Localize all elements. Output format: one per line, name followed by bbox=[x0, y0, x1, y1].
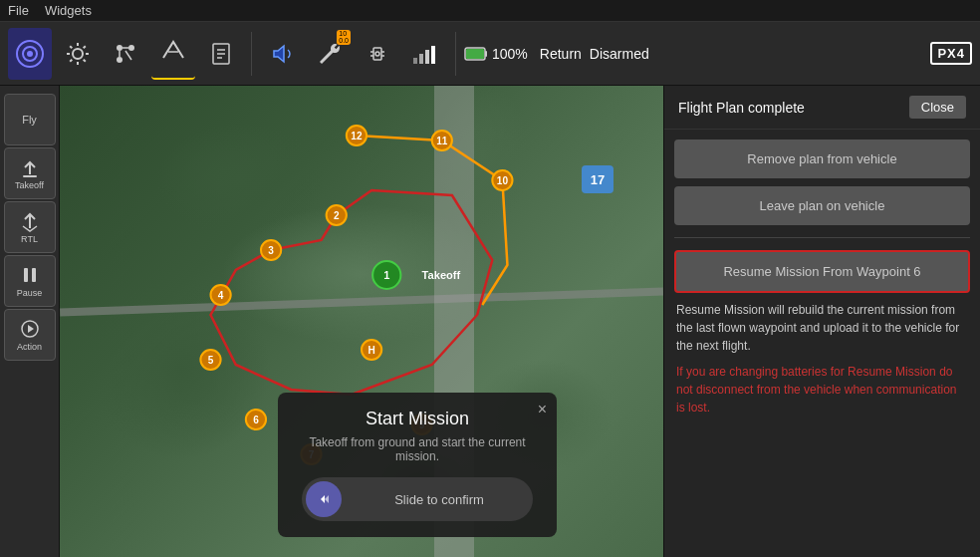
sidebar: Fly Takeoff RTL Pause bbox=[0, 86, 60, 557]
vehicle-icon-btn[interactable] bbox=[356, 28, 399, 80]
action-icon bbox=[19, 318, 41, 340]
action-label: Action bbox=[17, 342, 42, 352]
sidebar-rtl-btn[interactable]: RTL bbox=[4, 201, 56, 253]
fly-label: Fly bbox=[22, 114, 37, 126]
return-mode-label[interactable]: Return bbox=[540, 46, 582, 62]
panel-warning: If you are changing batteries for Resume… bbox=[674, 363, 970, 417]
wrench-badge: 10 0.0 bbox=[337, 30, 351, 45]
right-panel: Flight Plan complete Close Remove plan f… bbox=[663, 86, 980, 557]
upload-icon-btn[interactable] bbox=[151, 28, 195, 80]
resume-mission-btn[interactable]: Resume Mission From Waypoint 6 bbox=[674, 250, 970, 293]
armed-status-label[interactable]: Disarmed bbox=[590, 46, 649, 62]
svg-point-6 bbox=[117, 57, 122, 63]
slide-confirm[interactable]: Slide to confirm bbox=[302, 477, 533, 521]
svg-point-5 bbox=[128, 45, 134, 51]
panel-divider bbox=[674, 237, 970, 238]
map-area[interactable]: 12 11 10 2 3 4 5 6 7 9 H bbox=[60, 86, 663, 557]
panel-title: Flight Plan complete bbox=[678, 100, 805, 116]
menu-file[interactable]: File bbox=[8, 3, 29, 18]
sidebar-takeoff-btn[interactable]: Takeoff bbox=[4, 147, 56, 199]
slide-label: Slide to confirm bbox=[350, 492, 529, 507]
right-panel-header: Flight Plan complete Close bbox=[664, 86, 980, 130]
battery-percentage: 100% bbox=[492, 46, 528, 62]
slide-btn[interactable] bbox=[306, 481, 342, 517]
dialog-title: Start Mission bbox=[302, 409, 533, 429]
svg-point-3 bbox=[73, 49, 83, 59]
toolbar-divider-1 bbox=[251, 32, 252, 76]
sidebar-pause-btn[interactable]: Pause bbox=[4, 255, 56, 307]
settings-icon-btn[interactable] bbox=[56, 28, 100, 80]
svg-rect-10 bbox=[413, 58, 417, 64]
right-panel-body: Remove plan from vehicle Leave plan on v… bbox=[664, 130, 980, 426]
panel-close-btn[interactable]: Close bbox=[909, 96, 966, 119]
svg-rect-13 bbox=[431, 46, 435, 64]
main-content: Fly Takeoff RTL Pause bbox=[0, 86, 980, 557]
dialog-subtitle: Takeoff from ground and start the curren… bbox=[302, 435, 533, 463]
svg-rect-8 bbox=[373, 48, 381, 60]
waypoint-icon-btn[interactable] bbox=[104, 28, 147, 80]
svg-rect-16 bbox=[466, 49, 484, 59]
signal-icon-btn[interactable] bbox=[403, 28, 447, 80]
px4-logo: PX4 bbox=[930, 42, 972, 65]
svg-rect-15 bbox=[485, 51, 487, 57]
document-icon-btn[interactable] bbox=[199, 28, 243, 80]
svg-rect-12 bbox=[425, 50, 429, 64]
start-mission-dialog: × Start Mission Takeoff from ground and … bbox=[278, 393, 557, 537]
pause-label: Pause bbox=[17, 288, 43, 298]
svg-rect-17 bbox=[23, 175, 37, 177]
menu-widgets[interactable]: Widgets bbox=[45, 3, 92, 18]
alert-icon-btn[interactable] bbox=[260, 28, 304, 80]
sidebar-action-btn[interactable]: Action bbox=[4, 309, 56, 361]
leave-plan-btn[interactable]: Leave plan on vehicle bbox=[674, 186, 970, 225]
svg-rect-19 bbox=[32, 268, 36, 282]
rtl-label: RTL bbox=[21, 234, 38, 244]
svg-point-2 bbox=[27, 51, 33, 57]
panel-description: Resume Mission will rebuild the current … bbox=[674, 301, 970, 355]
menu-bar: File Widgets bbox=[0, 0, 980, 22]
svg-rect-11 bbox=[419, 54, 423, 64]
svg-point-9 bbox=[375, 52, 379, 56]
takeoff-icon bbox=[19, 156, 41, 178]
svg-rect-18 bbox=[24, 268, 28, 282]
rtl-icon bbox=[19, 210, 41, 232]
app-icon[interactable] bbox=[8, 28, 52, 80]
sidebar-fly-btn[interactable]: Fly bbox=[4, 94, 56, 145]
dialog-close-btn[interactable]: × bbox=[538, 401, 547, 418]
remove-plan-btn[interactable]: Remove plan from vehicle bbox=[674, 139, 970, 178]
toolbar: 10 0.0 100% Return Disarmed PX4 bbox=[0, 22, 980, 86]
battery-status: 100% bbox=[464, 46, 528, 62]
toolbar-divider-2 bbox=[455, 32, 456, 76]
svg-point-4 bbox=[117, 45, 122, 51]
wrench-icon-btn[interactable]: 10 0.0 bbox=[308, 28, 352, 80]
takeoff-label: Takeoff bbox=[15, 180, 44, 190]
pause-icon bbox=[19, 264, 41, 286]
map-badge-17: 17 bbox=[582, 165, 613, 193]
